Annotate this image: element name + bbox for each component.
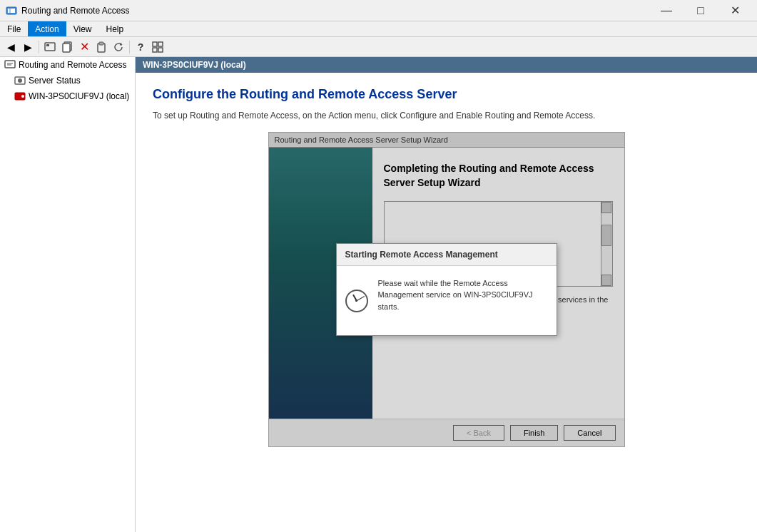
content-header-title: WIN-3PS0CIUF9VJ (local) <box>143 60 246 70</box>
content-area: WIN-3PS0CIUF9VJ (local) Configure the Ro… <box>136 57 757 532</box>
sidebar-server-label: WIN-3PS0CIUF9VJ (local) <box>29 91 129 101</box>
routing-icon <box>4 59 16 71</box>
window-controls: — □ ✕ <box>650 0 751 21</box>
modal-dialog: Starting Remote Access Management Please… <box>336 243 557 337</box>
toolbar-help[interactable]: ? <box>133 39 148 55</box>
sidebar-root-label: Routing and Remote Access <box>19 60 126 70</box>
toolbar-back[interactable]: ◀ <box>3 39 19 55</box>
toolbar-copy[interactable] <box>59 39 75 55</box>
svg-point-17 <box>18 78 22 83</box>
modal-overlay: Starting Remote Access Management Please… <box>269 133 624 446</box>
menu-action[interactable]: Action <box>28 21 66 36</box>
sidebar-item-root[interactable]: Routing and Remote Access <box>0 57 135 73</box>
page-description: To set up Routing and Remote Access, on … <box>153 111 740 121</box>
close-button[interactable]: ✕ <box>718 0 751 21</box>
menu-help[interactable]: Help <box>99 21 131 36</box>
status-icon <box>14 75 26 86</box>
menu-bar: File Action View Help <box>0 21 757 37</box>
toolbar-sep-1 <box>39 41 39 53</box>
svg-rect-1 <box>8 9 15 13</box>
modal-body-text: Please wait while the Remote Access Mana… <box>378 277 548 313</box>
toolbar-grid[interactable] <box>150 39 166 55</box>
svg-rect-3 <box>45 43 55 51</box>
server-icon <box>14 91 26 102</box>
page-heading: Configure the Routing and Remote Access … <box>153 87 740 102</box>
svg-rect-12 <box>158 48 163 52</box>
toolbar: ◀ ▶ ✕ ? <box>0 37 757 57</box>
toolbar-forward[interactable]: ▶ <box>20 39 36 55</box>
content-inner: Configure the Routing and Remote Access … <box>136 73 757 532</box>
toolbar-refresh[interactable] <box>111 39 126 55</box>
svg-point-19 <box>21 95 24 98</box>
svg-rect-11 <box>153 48 157 52</box>
svg-rect-6 <box>63 44 70 52</box>
toolbar-delete[interactable]: ✕ <box>76 39 92 55</box>
svg-rect-8 <box>99 42 103 45</box>
content-header-bar: WIN-3PS0CIUF9VJ (local) <box>136 57 757 73</box>
maximize-button[interactable]: □ <box>684 0 717 21</box>
wizard-panel: Routing and Remote Access Server Setup W… <box>268 132 625 447</box>
clock-minute-hand <box>356 296 365 301</box>
menu-view[interactable]: View <box>66 21 99 36</box>
svg-rect-10 <box>158 42 163 46</box>
modal-body: Please wait while the Remote Access Mana… <box>337 266 557 336</box>
window-title: Routing and Remote Access <box>21 6 650 16</box>
app-icon <box>6 5 17 16</box>
svg-rect-9 <box>153 42 157 46</box>
sidebar-item-server[interactable]: WIN-3PS0CIUF9VJ (local) <box>0 88 135 104</box>
title-bar: Routing and Remote Access — □ ✕ <box>0 0 757 21</box>
toolbar-paste[interactable] <box>93 39 109 55</box>
svg-rect-4 <box>46 44 49 46</box>
sidebar: Routing and Remote Access Server Status … <box>0 57 136 532</box>
sidebar-status-label: Server Status <box>29 76 81 86</box>
toolbar-sep-2 <box>129 41 130 53</box>
svg-rect-13 <box>5 61 15 68</box>
menu-file[interactable]: File <box>0 21 28 36</box>
toolbar-up[interactable] <box>42 39 58 55</box>
main-layout: Routing and Remote Access Server Status … <box>0 57 757 532</box>
minimize-button[interactable]: — <box>650 0 683 21</box>
clock-icon <box>345 290 368 312</box>
sidebar-item-status[interactable]: Server Status <box>0 73 135 88</box>
modal-title: Starting Remote Access Management <box>337 244 557 266</box>
